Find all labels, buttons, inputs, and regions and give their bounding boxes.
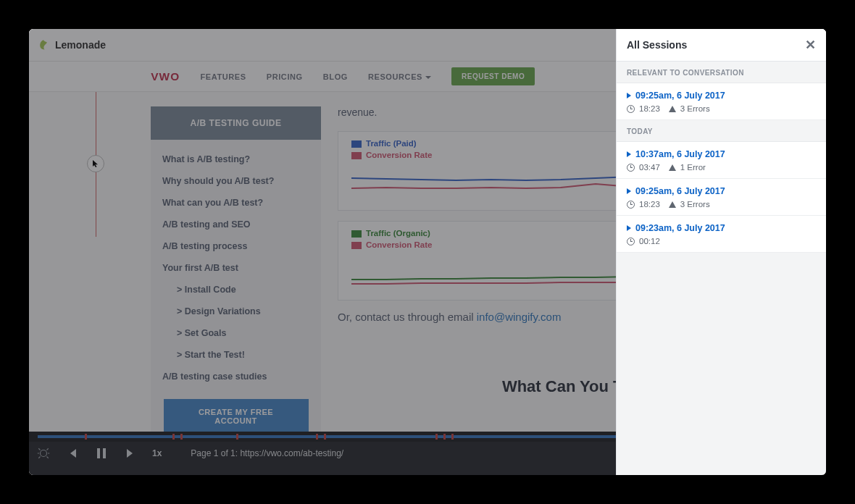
session-row[interactable]: 09:23am, 6 July 201700:12 [617,216,826,253]
play-icon [627,93,631,98]
session-row[interactable]: 09:25am, 6 July 201718:233 Errors [617,83,826,120]
warning-icon [669,164,676,171]
section-label: RELEVANT TO CONVERSATION [617,62,826,83]
clock-icon [627,164,635,172]
panel-title: All Sessions [627,39,687,51]
sessions-panel: All Sessions ✕ RELEVANT TO CONVERSATION0… [616,29,826,475]
warning-icon [669,106,676,112]
session-row[interactable]: 09:25am, 6 July 201718:233 Errors [617,179,826,216]
close-icon[interactable]: ✕ [805,38,816,51]
play-icon [627,188,631,194]
section-label: TODAY [617,120,826,142]
session-row[interactable]: 10:37am, 6 July 201703:471 Error [617,142,826,179]
play-icon [627,151,631,157]
dim-overlay [29,29,616,475]
warning-icon [669,201,676,208]
play-icon [627,225,631,231]
clock-icon [627,105,635,113]
clock-icon [627,201,635,209]
clock-icon [627,238,635,245]
